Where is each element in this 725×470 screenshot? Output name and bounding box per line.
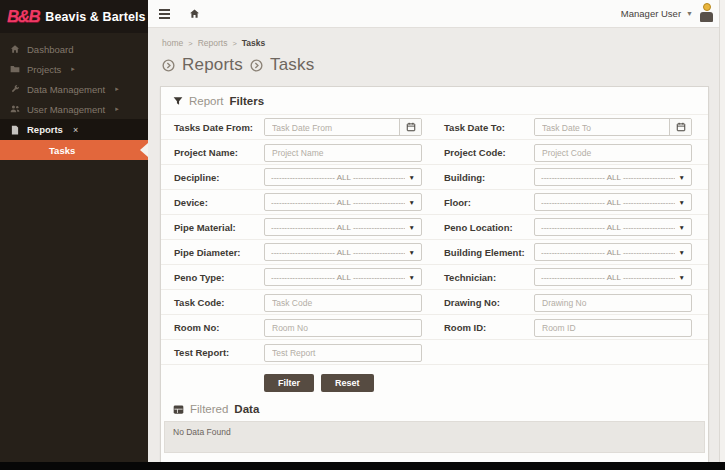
peno-location-select[interactable]: ------------------------ ALL -----------… — [534, 218, 692, 236]
drawing-no-input[interactable] — [534, 294, 692, 312]
topbar: Manager User ▼ — [148, 0, 725, 28]
page-title-tasks: Tasks — [270, 55, 314, 75]
calendar-icon — [676, 122, 686, 132]
floor-select[interactable]: ------------------------ ALL -----------… — [534, 193, 692, 211]
peno-type-select[interactable]: ------------------------ ALL -----------… — [264, 268, 422, 286]
drawing-no-label: Drawing No: — [444, 297, 534, 308]
select-value: ------------------------ ALL -----------… — [541, 273, 675, 282]
pipe-material-select[interactable]: ------------------------ ALL -----------… — [264, 218, 422, 236]
filtered-data-header: Filtered Data — [161, 400, 708, 421]
sidebar-item-label: Reports — [27, 124, 63, 135]
room-id-control — [534, 317, 692, 337]
project-code-input[interactable] — [534, 144, 692, 162]
sidebar-item-label: User Management — [27, 104, 105, 115]
project-name-control — [264, 142, 422, 162]
sidebar-item-dashboard[interactable]: Dashboard — [0, 39, 148, 59]
task-date-to-label: Task Date To: — [444, 122, 534, 133]
page-title-reports: Reports — [182, 55, 243, 75]
building-select[interactable]: ------------------------ ALL -----------… — [534, 168, 692, 186]
filter-actions: Filter Reset — [264, 374, 708, 392]
device-control: ------------------------ ALL -----------… — [264, 193, 422, 211]
dropdown-caret-icon: ▼ — [679, 199, 685, 206]
filtered-title-bold: Data — [234, 403, 259, 415]
tasks-date-from-input[interactable] — [265, 119, 399, 136]
filter-row: Task Code:Drawing No: — [161, 290, 708, 315]
task-date-to-input[interactable] — [535, 119, 669, 136]
sidebar-item-data-management[interactable]: Data Management ▸ — [0, 79, 148, 99]
user-menu[interactable]: Manager User ▼ — [621, 3, 715, 24]
table-icon — [173, 404, 184, 415]
pipe-diameter-select[interactable]: ------------------------ ALL -----------… — [264, 243, 422, 261]
building-element-select[interactable]: ------------------------ ALL -----------… — [534, 243, 692, 261]
device-select[interactable]: ------------------------ ALL -----------… — [264, 193, 422, 211]
brand-link[interactable]: B&B Beavis & Bartels — [0, 0, 148, 33]
users-icon — [10, 104, 20, 114]
sidebar-item-reports[interactable]: Reports × — [0, 119, 148, 140]
user-avatar — [698, 3, 715, 24]
arrow-circle-right-icon — [162, 59, 175, 72]
project-name-input[interactable] — [264, 144, 422, 162]
room-id-input[interactable] — [534, 319, 692, 337]
test-report-input[interactable] — [264, 344, 422, 362]
no-data-message: No Data Found — [164, 421, 705, 453]
select-value: ------------------------ ALL -----------… — [541, 173, 675, 182]
filter-form: Tasks Date From:Task Date To:Project Nam… — [161, 115, 708, 365]
tasks-date-from-control — [264, 118, 422, 136]
technician-select[interactable]: ------------------------ ALL -----------… — [534, 268, 692, 286]
menu-toggle-button[interactable] — [156, 6, 173, 22]
filter-button[interactable]: Filter — [264, 374, 314, 392]
panel-title-light: Report — [189, 95, 224, 107]
test-report-control — [264, 342, 422, 362]
technician-control: ------------------------ ALL -----------… — [534, 268, 692, 286]
pipe-material-control: ------------------------ ALL -----------… — [264, 218, 422, 236]
sidebar-item-user-management[interactable]: User Management ▸ — [0, 99, 148, 119]
project-code-control — [534, 142, 692, 162]
pipe-material-label: Pipe Material: — [174, 222, 264, 233]
select-value: ------------------------ ALL -----------… — [271, 223, 405, 232]
peno-type-label: Peno Type: — [174, 272, 264, 283]
filter-row: Pipe Diameter:------------------------ A… — [161, 240, 708, 265]
building-label: Building: — [444, 172, 534, 183]
task-date-to-date-group — [534, 118, 692, 136]
chevron-down-icon: ▼ — [686, 10, 693, 17]
close-icon: × — [73, 125, 78, 135]
task-date-to-calendar-button[interactable] — [669, 119, 691, 135]
breadcrumb-reports[interactable]: Reports — [198, 38, 228, 48]
select-value: ------------------------ ALL -----------… — [271, 248, 405, 257]
app-window: B&B Beavis & Bartels Dashboard Projects … — [0, 0, 725, 470]
peno-location-label: Peno Location: — [444, 222, 534, 233]
decipline-select[interactable]: ------------------------ ALL -----------… — [264, 168, 422, 186]
page-content: home > Reports > Tasks Reports Tasks Rep… — [148, 28, 725, 466]
tasks-date-from-calendar-button[interactable] — [399, 119, 421, 135]
reset-button[interactable]: Reset — [321, 374, 374, 392]
wrench-icon — [10, 84, 20, 94]
filter-funnel-icon — [173, 96, 183, 106]
filter-row: Tasks Date From:Task Date To: — [161, 115, 708, 140]
tasks-date-from-label: Tasks Date From: — [174, 122, 264, 133]
filter-row: Peno Type:------------------------ ALL -… — [161, 265, 708, 290]
project-name-label: Project Name: — [174, 147, 264, 158]
dropdown-caret-icon: ▼ — [679, 224, 685, 231]
device-label: Device: — [174, 197, 264, 208]
peno-type-control: ------------------------ ALL -----------… — [264, 268, 422, 286]
task-code-input[interactable] — [264, 294, 422, 312]
test-report-label: Test Report: — [174, 347, 264, 358]
room-no-input[interactable] — [264, 319, 422, 337]
select-value: ------------------------ ALL -----------… — [541, 198, 675, 207]
pipe-diameter-label: Pipe Diameter: — [174, 247, 264, 258]
bottom-bar — [0, 462, 725, 470]
breadcrumb-tasks: Tasks — [242, 38, 265, 48]
dropdown-caret-icon: ▼ — [409, 199, 415, 206]
dropdown-caret-icon: ▼ — [679, 249, 685, 256]
sidebar-item-projects[interactable]: Projects ▸ — [0, 59, 148, 79]
task-code-label: Task Code: — [174, 297, 264, 308]
caret-right-icon: ▸ — [71, 65, 75, 73]
decipline-label: Decipline: — [174, 172, 264, 183]
home-icon[interactable] — [189, 8, 200, 19]
sidebar-item-tasks[interactable]: Tasks — [0, 140, 148, 160]
tasks-date-from-date-group — [264, 118, 422, 136]
scrollbar[interactable] — [719, 0, 725, 462]
building-element-control: ------------------------ ALL -----------… — [534, 243, 692, 261]
breadcrumb-home[interactable]: home — [162, 38, 183, 48]
brand-name: Beavis & Bartels — [45, 10, 145, 24]
